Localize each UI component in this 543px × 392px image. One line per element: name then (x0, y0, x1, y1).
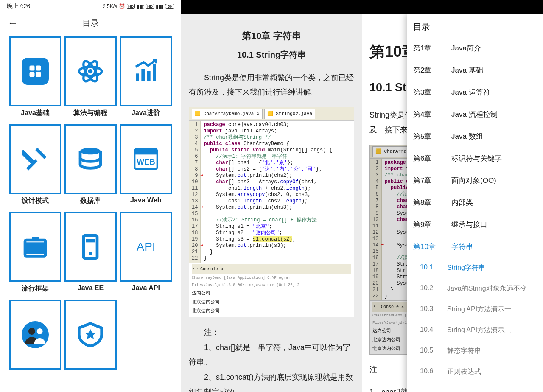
toc-chapter-num: 第3章 (413, 87, 444, 97)
toc-chapter-num: 第8章 (413, 198, 444, 207)
toc-chapter-label: 继承与接口 (451, 220, 487, 230)
toc-section[interactable]: 10.1String字符串 (407, 258, 543, 278)
toc-section-num: 10.4 (420, 326, 439, 335)
note-item: 1、char[]就是一串字符，Java中可以作为字符串。 (189, 340, 354, 369)
svg-rect-20 (86, 239, 95, 242)
category-card-atom[interactable] (64, 36, 116, 106)
toc-chapter-num: 第1章 (413, 43, 444, 53)
status-icons: 2.5K/s ⏰ HD▮▮▯ HD▮▮▮ 50 (103, 3, 174, 10)
category-label: Java基础 (9, 109, 61, 118)
toc-chapter[interactable]: 第7章面向对象(OO) (407, 169, 543, 191)
svg-rect-3 (36, 72, 41, 77)
category-card-db[interactable] (64, 124, 116, 194)
toc-section-num: 10.3 (420, 305, 439, 314)
toc-section-label: String字符串 (447, 263, 485, 272)
svg-rect-1 (36, 66, 41, 71)
toc-section[interactable]: 10.3String API方法演示一 (407, 299, 543, 320)
note-header: 注： (189, 325, 354, 339)
toc-chapter-label: 内部类 (451, 198, 473, 207)
toc-chapter-num: 第9章 (413, 220, 444, 230)
toc-drawer[interactable]: 目录 第1章Java简介第2章Java 基础第3章Java 运算符第4章Java… (407, 14, 543, 392)
status-time: 晚上7:26 (7, 3, 30, 10)
category-card-users[interactable] (9, 300, 61, 370)
toc-chapter-num: 第10章 (413, 242, 444, 252)
toc-chapter-num: 第4章 (413, 109, 444, 119)
toc-chapter-label: Java 基础 (451, 65, 483, 75)
status-bar-dark (181, 0, 362, 14)
status-bar-dark (362, 0, 543, 14)
toc-section[interactable]: 10.4String API方法演示二 (407, 320, 543, 341)
toc-chapter-num: 第6章 (413, 154, 444, 163)
category-card-grid[interactable] (9, 36, 61, 106)
category-card-board[interactable] (9, 212, 61, 282)
toc-section-label: 正则表达式 (447, 367, 481, 376)
status-bar: 晚上7:26 2.5K/s ⏰ HD▮▮▯ HD▮▮▮ 50 (0, 0, 181, 13)
svg-point-24 (28, 328, 35, 335)
toc-chapter[interactable]: 第1章Java简介 (407, 37, 543, 59)
category-card-tools[interactable] (9, 124, 61, 194)
svg-text:WEB: WEB (137, 157, 155, 166)
grid-icon (22, 58, 49, 85)
category-card-web[interactable]: WEB (120, 124, 172, 194)
toc-chapter[interactable]: 第5章Java 数组 (407, 125, 543, 147)
toc-section-label: String API方法演示一 (447, 305, 511, 314)
category-label: Java进阶 (120, 109, 172, 118)
svg-rect-18 (25, 242, 45, 254)
server-icon (77, 233, 104, 260)
category-label: 算法与编程 (64, 109, 116, 118)
toc-chapter-num: 第5章 (413, 132, 444, 141)
toc-section-num: 10.5 (420, 347, 439, 356)
category-label: Java Web (120, 196, 172, 204)
note-item: 2、s1.concat()方法的底层实现原理就是用数组复制完成的。 (189, 370, 354, 392)
category-label: Java EE (64, 284, 116, 292)
svg-rect-11 (153, 64, 156, 81)
toc-section[interactable]: 10.6正则表达式 (407, 361, 543, 382)
toc-section[interactable]: 10.2Java的String对象永远不变 (407, 278, 543, 299)
category-card-server[interactable] (64, 212, 116, 282)
svg-point-21 (89, 252, 92, 255)
svg-rect-12 (22, 150, 34, 164)
toc-section-label: String API方法演示二 (447, 326, 511, 335)
api-icon: API (132, 233, 160, 260)
drawer-title: 目录 (407, 14, 543, 37)
toc-chapter-label: Java 数组 (451, 132, 483, 141)
toc-chapter-num: 第7章 (413, 176, 444, 185)
toc-chapter[interactable]: 第6章标识符与关键字 (407, 147, 543, 169)
category-card-api[interactable]: API (120, 212, 172, 282)
toc-chapter-label: Java简介 (451, 43, 481, 53)
svg-point-4 (88, 69, 93, 74)
category-card-badge[interactable] (64, 300, 116, 370)
toc-chapter[interactable]: 第10章字符串 (407, 235, 543, 258)
svg-point-25 (37, 328, 43, 334)
chapter-title: 第10章 字符串 (189, 27, 354, 45)
back-icon[interactable]: ← (8, 17, 18, 29)
content-paragraph: String类是使用非常频繁的一个类，之前已经有所涉及，接下来我们进行详绅讲解。 (189, 70, 354, 99)
toc-chapter-label: Java 运算符 (451, 87, 490, 97)
toc-section-label: 静态字符串 (447, 347, 481, 356)
svg-rect-9 (141, 69, 145, 81)
toc-section-num: 10.1 (420, 263, 439, 272)
category-card-chart[interactable] (120, 36, 172, 106)
toc-chapter-label: Java 流程控制 (451, 109, 498, 119)
toc-section-num: 10.6 (420, 367, 439, 376)
category-label: 数据库 (64, 196, 116, 205)
toc-chapter[interactable]: 第2章Java 基础 (407, 59, 543, 81)
toc-chapter-label: 面向对象(OO) (451, 176, 496, 185)
toc-chapter-label: 字符串 (451, 242, 473, 252)
toc-chapter[interactable]: 第4章Java 流程控制 (407, 103, 543, 125)
svg-text:API: API (136, 240, 155, 253)
page-title: 目录 (0, 17, 181, 29)
code-block: 🟨 CharArrayDemo.java ✕🟨 String02.java123… (189, 107, 354, 317)
toc-chapter-num: 第2章 (413, 65, 444, 75)
svg-rect-2 (30, 72, 35, 77)
svg-rect-10 (147, 71, 150, 81)
toc-chapter[interactable]: 第3章Java 运算符 (407, 81, 543, 103)
web-icon: WEB (132, 146, 160, 173)
toc-section-num: 10.2 (420, 284, 439, 293)
toc-section[interactable]: 10.5静态字符串 (407, 341, 543, 361)
tools-icon (22, 146, 49, 173)
toc-section-label: Java的String对象永远不变 (447, 284, 527, 293)
toc-chapter[interactable]: 第8章内部类 (407, 191, 543, 213)
users-icon (22, 321, 49, 348)
toc-chapter[interactable]: 第9章继承与接口 (407, 213, 543, 235)
